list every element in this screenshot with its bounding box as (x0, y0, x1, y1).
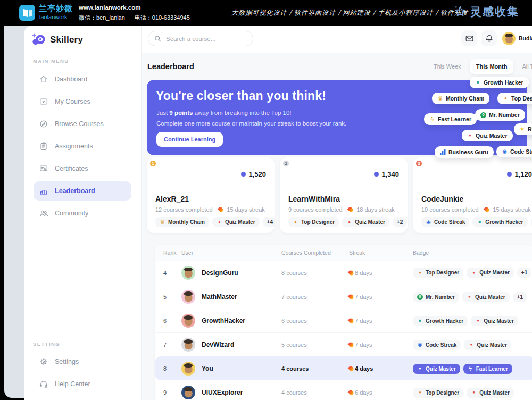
sidebar-item-assignments[interactable]: Assignments (24, 135, 141, 157)
user-cell: MathMaster (181, 290, 281, 304)
code-badge-icon (502, 149, 508, 155)
table-row-devwizard[interactable]: 7DevWizard5 courses7 daysCode StreakQuiz… (155, 332, 532, 356)
table-row-mathmaster[interactable]: 5MathMaster7 courses7 daysMr. NumberQuiz… (155, 285, 532, 309)
continue-learning-button[interactable]: Continue Learning (156, 132, 223, 147)
sidebar-item-leaderboard[interactable]: Leaderboard (34, 181, 131, 201)
badge-pill-monthly-cham: Monthly Cham (155, 217, 209, 227)
badge-pill-growth-hacker: Growth Hacker (472, 217, 527, 227)
user-stats: 12 courses completed·15 days streak (155, 206, 265, 213)
badge-pill-quiz-master: Quiz Master (467, 388, 514, 398)
right-logo: 灵感收集 (453, 4, 519, 19)
sidebar-item-settings[interactable]: Settings (24, 351, 141, 373)
tab-this-week[interactable]: This Week (427, 59, 468, 74)
user-cell: DesignGuru (181, 266, 281, 280)
user-cell: GrowthHacker (181, 314, 281, 328)
app-logo[interactable]: Skillery (31, 32, 83, 47)
sidebar-item-help-center[interactable]: Help Center (24, 373, 141, 395)
pin-badge-icon (471, 390, 477, 396)
palette-badge-icon (293, 219, 298, 225)
notifications-button[interactable] (481, 30, 497, 46)
badge-pill-quiz-master: Quiz Master (212, 217, 260, 227)
tab-this-month[interactable]: This Month (470, 59, 514, 74)
clipboard-icon (39, 141, 48, 151)
chart-teal-badge-icon (477, 219, 483, 225)
table-row-you[interactable]: 8You4 courses4 daysQuiz MasterFast Learn… (155, 356, 532, 380)
time-range-tabs: This WeekThis MonthAll Time (427, 59, 532, 74)
courses-cell: 4 courses (281, 389, 349, 396)
sidebar-item-community[interactable]: Community (24, 202, 141, 224)
table-header: RankUserCourses CompletedStreakBadgePoin… (155, 245, 532, 261)
streak-flame-icon (218, 206, 225, 213)
column-header-courses-completed: Courses Completed (281, 249, 349, 256)
badge-list: Top DesignerQuiz Master+2 (288, 217, 407, 227)
floating-badge-monthly-cham: Monthly Cham (432, 93, 489, 104)
pin-badge-icon (417, 366, 423, 372)
top3-card-codejunkie: 31,120CodeJunkie10 courses completed·15 … (413, 157, 532, 233)
banner-line1: Just 9 points away from breaking into th… (156, 110, 292, 116)
sidebar-item-label: Community (55, 210, 88, 217)
phone-contact: 电话：010-63334945 (135, 14, 190, 22)
badge-pill-quiz-master: Quiz Master (342, 217, 389, 227)
sidebar: Skillery MAIN MENU DashboardMy CoursesBr… (24, 26, 141, 400)
pin-badge-icon (467, 294, 472, 300)
main-menu-label: MAIN MENU (33, 58, 69, 64)
sidebar-item-dashboard[interactable]: Dashboard (24, 68, 141, 90)
sidebar-item-certificates[interactable]: Certificates (24, 157, 141, 180)
streak-flame-icon (348, 269, 355, 276)
streak-cell: 7 days (349, 294, 413, 300)
floating-badge-rising-star: Rising Star (514, 123, 532, 135)
streak-cell: 7 days (349, 341, 413, 348)
services-list: 大数据可视化设计 / 软件界面设计 / 网站建设 / 手机及小程序设计 / 软件… (231, 9, 468, 18)
pin-badge-icon (346, 219, 352, 225)
search-input[interactable] (165, 35, 245, 43)
table-row-uiuxexplorer[interactable]: 9UIUXExplorer4 courses6 daysTop Designer… (155, 380, 532, 400)
bell-icon (485, 34, 494, 43)
table-row-designguru[interactable]: 4DesignGuru8 courses8 daysTop DesignerQu… (155, 261, 532, 285)
top3-card-alexr-21: 11,520AlexR_2112 courses completed·15 da… (147, 157, 275, 233)
streak-cell: 7 days (349, 318, 413, 324)
badge-pill-growth-hacker: Growth Hacker (413, 316, 468, 326)
star-icon (453, 5, 467, 19)
banner-line2: Complete one more course or maintain you… (156, 120, 346, 127)
streak-flame-icon (484, 206, 491, 213)
streak-flame-icon (347, 206, 354, 213)
streak-cell: 6 days (349, 389, 413, 396)
table-row-growthhacker[interactable]: 6GrowthHacker6 courses7 daysGrowth Hacke… (155, 309, 532, 332)
badge-list: Monthly ChamQuiz Master+4 (155, 217, 277, 227)
sidebar-item-label: Help Center (55, 380, 90, 388)
badges-cell: Top DesignerQuiz Master (413, 388, 532, 398)
avatar (181, 290, 195, 304)
avatar (181, 386, 195, 399)
user-cell: DevWizard (181, 338, 281, 352)
courses-cell: 6 courses (281, 318, 349, 324)
sidebar-item-label: Settings (55, 358, 79, 365)
page-title: Leaderboard (147, 62, 194, 71)
promo-topbar: 兰亭妙微 lanlanwork www.lanlanwork.com 微信：be… (0, 0, 532, 26)
mail-button[interactable] (461, 30, 477, 46)
palette-badge-icon (417, 390, 423, 396)
streak-flame-icon (348, 389, 355, 396)
rank-cell: 7 (163, 341, 181, 348)
user-name: DesignGuru (202, 269, 238, 277)
badge-pill-code-streak: Code Streak (413, 340, 461, 350)
chart-teal-badge-icon (475, 80, 481, 86)
user-stats: 10 courses completed·15 days streak (421, 206, 531, 213)
floating-badge-growth-hacker: Growth Hacker (470, 77, 529, 88)
bolt-badge-icon (468, 366, 473, 372)
extra-badge-count: +1 (517, 268, 531, 278)
banner-title: You're closer than you think! (156, 89, 326, 103)
bars-badge-icon (440, 149, 446, 155)
sidebar-item-label: My Courses (55, 98, 90, 105)
user-cell: UIUXExplorer (181, 386, 281, 399)
sidebar-item-my-courses[interactable]: My Courses (24, 90, 141, 113)
rank-cell: 5 (163, 294, 181, 300)
tab-all-time[interactable]: All Time (516, 59, 532, 74)
header-actions: Budiarti R (461, 30, 532, 46)
palette-badge-icon (417, 270, 423, 276)
search-box (148, 31, 253, 46)
sidebar-item-browse-courses[interactable]: Browse Courses (24, 113, 141, 135)
badge-pill-quiz-master: Quiz Master (413, 364, 460, 374)
profile-menu[interactable]: Budiarti R (502, 32, 532, 45)
badge-pill-top-designer: Top Designer (413, 388, 463, 398)
badges-cell: Code StreakQuiz Master (413, 340, 532, 350)
